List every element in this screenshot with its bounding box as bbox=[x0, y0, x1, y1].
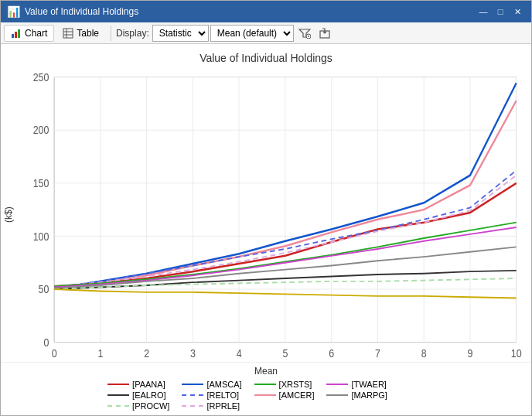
legend-line-twaer bbox=[326, 384, 348, 385]
legend-item-xrsts: [XRSTS] bbox=[254, 380, 315, 389]
chart-area: Value of Individual Holdings (k$) bbox=[1, 44, 531, 415]
filter-button[interactable] bbox=[295, 25, 314, 42]
legend-line-paana bbox=[107, 384, 129, 385]
window-controls: — □ ✕ bbox=[476, 5, 525, 19]
svg-text:150: 150 bbox=[33, 177, 49, 189]
main-window: 📊 Value of Individual Holdings — □ ✕ Cha… bbox=[0, 0, 532, 416]
legend-area: Mean [PAANA] [AMSCA] [XRSTS] [TWAER] bbox=[1, 362, 531, 415]
toolbar-separator bbox=[111, 26, 111, 41]
table-tab-icon bbox=[63, 28, 73, 39]
statistic-select[interactable]: Statistic bbox=[152, 25, 209, 42]
svg-rect-2 bbox=[18, 29, 20, 38]
legend-title: Mean bbox=[254, 366, 278, 377]
svg-rect-1 bbox=[15, 32, 17, 38]
y-axis-label: (k$) bbox=[1, 67, 19, 362]
chart-plot-area: 0 50 100 150 200 250 0 1 2 3 bbox=[19, 67, 525, 362]
chart-tab-icon bbox=[11, 28, 22, 39]
legend-item-twaer: [TWAER] bbox=[326, 380, 387, 389]
svg-text:100: 100 bbox=[33, 230, 49, 243]
close-button[interactable]: ✕ bbox=[510, 5, 525, 19]
mean-select[interactable]: Mean (default) bbox=[210, 25, 294, 42]
legend-item-procw: [PROCW] bbox=[107, 401, 169, 411]
svg-text:8: 8 bbox=[421, 347, 427, 360]
export-icon bbox=[319, 28, 331, 39]
window-title: Value of Individual Holdings bbox=[25, 6, 476, 17]
legend-line-rprle bbox=[182, 405, 203, 407]
legend-line-xrsts bbox=[254, 384, 276, 385]
legend-item-amcer: [AMCER] bbox=[254, 390, 315, 400]
legend-item-empty2 bbox=[400, 390, 425, 400]
legend-item-paana: [PAANA] bbox=[107, 380, 169, 389]
svg-text:Time (yr): Time (yr) bbox=[263, 361, 307, 362]
svg-text:0: 0 bbox=[52, 347, 57, 360]
svg-text:0: 0 bbox=[43, 336, 49, 349]
legend-item-marpg: [MARPG] bbox=[326, 390, 387, 400]
svg-text:200: 200 bbox=[33, 124, 49, 137]
display-label: Display: bbox=[116, 28, 149, 39]
maximize-button[interactable]: □ bbox=[493, 5, 508, 19]
title-bar: 📊 Value of Individual Holdings — □ ✕ bbox=[1, 1, 531, 22]
svg-text:50: 50 bbox=[39, 283, 49, 295]
chart-title: Value of Individual Holdings bbox=[200, 52, 332, 64]
svg-text:1: 1 bbox=[97, 347, 103, 360]
legend-item-ealro: [EALRO] bbox=[107, 390, 169, 400]
svg-rect-3 bbox=[63, 29, 73, 38]
svg-text:5: 5 bbox=[282, 347, 288, 360]
legend-line-procw bbox=[107, 405, 129, 407]
legend-line-relto bbox=[182, 394, 203, 396]
legend-item-rprle: [RPRLE] bbox=[182, 401, 241, 411]
legend-line-amcer bbox=[254, 394, 276, 396]
toolbar: Chart Table Display: Statistic Mean (def… bbox=[1, 22, 531, 44]
svg-text:6: 6 bbox=[329, 347, 334, 360]
svg-text:250: 250 bbox=[33, 71, 49, 84]
chart-container: (k$) 0 bbox=[1, 67, 531, 362]
export-button[interactable] bbox=[315, 25, 334, 42]
legend-line-amsca bbox=[182, 384, 203, 385]
chart-tab[interactable]: Chart bbox=[4, 25, 54, 42]
svg-text:9: 9 bbox=[468, 347, 473, 360]
chart-svg: 0 50 100 150 200 250 0 1 2 3 bbox=[19, 67, 525, 362]
svg-text:4: 4 bbox=[237, 347, 242, 360]
table-tab[interactable]: Table bbox=[56, 25, 106, 42]
svg-text:10: 10 bbox=[511, 347, 522, 360]
legend-grid: [PAANA] [AMSCA] [XRSTS] [TWAER] bbox=[92, 380, 440, 411]
svg-text:7: 7 bbox=[375, 347, 380, 360]
legend-item-empty1 bbox=[400, 380, 425, 389]
legend-line-ealro bbox=[107, 394, 129, 396]
legend-item-relto: [RELTO] bbox=[182, 390, 241, 400]
svg-text:3: 3 bbox=[190, 347, 196, 360]
minimize-button[interactable]: — bbox=[476, 5, 491, 19]
window-icon: 📊 bbox=[7, 5, 20, 18]
legend-line-marpg bbox=[326, 394, 348, 396]
filter-icon bbox=[298, 28, 311, 39]
svg-text:2: 2 bbox=[144, 347, 149, 360]
legend-item-amsca: [AMSCA] bbox=[182, 380, 241, 389]
svg-rect-0 bbox=[12, 34, 14, 38]
